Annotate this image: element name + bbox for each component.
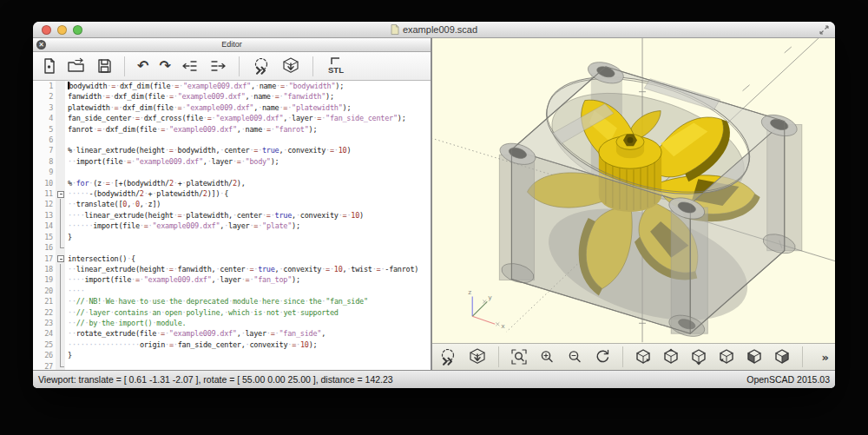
code-line[interactable]: 10%·for·(z·=·[+(bodywidth/2·+·platewidth… xyxy=(33,178,431,188)
code-line[interactable]: 16 xyxy=(33,242,431,253)
toolbar-separator xyxy=(312,56,313,76)
view-bottom-button[interactable] xyxy=(690,348,707,366)
fold-marker xyxy=(56,178,65,188)
editor-toolbar: ↶↷STL xyxy=(33,52,431,81)
title-bar[interactable]: example009.scad xyxy=(33,22,835,38)
axis-label-z: z xyxy=(468,288,471,296)
zoom-out-button[interactable] xyxy=(566,348,583,366)
3d-viewport[interactable]: z y x » xyxy=(432,38,835,370)
undo-button[interactable]: ↶ xyxy=(137,59,148,73)
editor-panel-header[interactable]: ✕ Editor xyxy=(33,38,431,52)
line-number: 15 xyxy=(33,232,56,242)
code-line[interactable]: 15} xyxy=(33,232,431,242)
open-button[interactable] xyxy=(67,57,86,75)
line-number: 7 xyxy=(33,145,56,155)
preview-button[interactable] xyxy=(252,56,271,76)
view-right-button[interactable] xyxy=(635,348,652,366)
fold-marker xyxy=(56,274,65,285)
fold-marker xyxy=(56,113,65,123)
line-number: 13 xyxy=(33,210,56,221)
view-top-button[interactable] xyxy=(662,348,680,366)
code-line[interactable]: 12··translate([0,·0,·z]) xyxy=(33,199,431,209)
editor-panel-title: Editor xyxy=(221,40,242,49)
fold-marker xyxy=(56,156,65,167)
code-editor[interactable]: 1bodywidth·=·dxf_dim(file·=·"example009.… xyxy=(33,81,431,370)
code-line[interactable]: 8··import(file·=·"example009.dxf",·layer… xyxy=(33,156,431,167)
code-line[interactable]: 2fanwidth·=·dxf_dim(file·=·"example009.d… xyxy=(33,91,431,102)
render-button[interactable] xyxy=(281,56,300,76)
fold-marker xyxy=(56,221,65,231)
save-button[interactable] xyxy=(96,57,112,75)
fold-marker xyxy=(56,286,65,296)
code-line[interactable]: 13····linear_extrude(height·=·platewidth… xyxy=(33,210,431,221)
fold-marker xyxy=(56,91,65,102)
fold-marker xyxy=(56,232,65,242)
fold-marker[interactable] xyxy=(56,254,65,264)
line-number: 18 xyxy=(33,264,56,274)
code-line[interactable]: 7%·linear_extrude(height·=·bodywidth,·ce… xyxy=(33,145,431,155)
view-back-button[interactable] xyxy=(773,348,791,366)
fold-marker xyxy=(56,242,65,253)
document-icon xyxy=(391,24,399,35)
editor-panel: ✕ Editor ↶↷STL 1bodywidth·=·dxf_dim(file… xyxy=(33,38,432,370)
code-line[interactable]: 9 xyxy=(33,167,431,177)
fold-marker xyxy=(56,339,65,350)
fullscreen-icon[interactable] xyxy=(819,25,829,35)
code-line[interactable]: 19····import(file·=·"example009.dxf",·la… xyxy=(33,274,431,285)
close-panel-icon[interactable]: ✕ xyxy=(36,40,46,49)
code-line[interactable]: 21··//·NB!·We·have·to·use·the·deprecated… xyxy=(33,296,431,306)
fold-marker xyxy=(56,328,65,339)
redo-button[interactable]: ↷ xyxy=(159,59,170,73)
fold-marker xyxy=(56,167,65,177)
unindent-button[interactable] xyxy=(181,58,199,74)
fold-marker xyxy=(56,81,65,91)
3d-scene[interactable]: z y x xyxy=(432,38,835,370)
code-line[interactable]: 25·················origin·=·fan_side_cen… xyxy=(33,339,431,350)
code-line[interactable]: 27 xyxy=(33,361,431,370)
line-number: 23 xyxy=(33,318,56,328)
new-file-button[interactable] xyxy=(41,57,56,75)
view-front-button[interactable] xyxy=(746,348,763,366)
code-line[interactable]: 4fan_side_center·=·dxf_cross(file·=·"exa… xyxy=(33,113,431,123)
reset-view-button[interactable] xyxy=(594,348,611,366)
line-number: 25 xyxy=(33,339,56,350)
stl-export-button[interactable]: STL xyxy=(326,56,346,76)
axis-label-x: x xyxy=(501,322,505,330)
fold-marker xyxy=(56,124,65,135)
minimize-window-button[interactable] xyxy=(57,25,67,35)
viewport-toolbar: » xyxy=(432,343,835,370)
toolbar-separator xyxy=(498,346,499,367)
code-line[interactable]: 26} xyxy=(33,350,431,360)
code-line[interactable]: 6 xyxy=(33,135,431,145)
zoom-all-button[interactable] xyxy=(510,348,528,366)
code-line[interactable]: 5fanrot·=·dxf_dim(file·=·"example009.dxf… xyxy=(33,124,431,135)
zoom-window-button[interactable] xyxy=(73,25,82,35)
preview-button[interactable] xyxy=(438,347,457,366)
line-number: 11 xyxy=(33,188,56,199)
svg-text:STL: STL xyxy=(328,65,344,75)
close-window-button[interactable] xyxy=(42,25,51,35)
code-line[interactable]: 17intersection()·{ xyxy=(33,254,431,264)
line-number: 27 xyxy=(33,361,56,370)
code-line[interactable]: 3platewidth·=·dxf_dim(file·=·"example009… xyxy=(33,102,431,113)
code-line[interactable]: 11·····-(bodywidth/2·+·platewidth/2)])·{ xyxy=(33,188,431,199)
code-line[interactable]: 24··rotate_extrude(file·=·"example009.dx… xyxy=(33,328,431,339)
code-line[interactable]: 23··//·by·the·import()·module. xyxy=(33,318,431,328)
zoom-in-button[interactable] xyxy=(538,348,556,366)
fold-marker[interactable] xyxy=(56,188,65,199)
more-button[interactable]: » xyxy=(822,352,829,363)
line-number: 26 xyxy=(33,350,56,360)
code-line[interactable]: 14······import(file·=·"example009.dxf",·… xyxy=(33,221,431,231)
code-line[interactable]: 1bodywidth·=·dxf_dim(file·=·"example009.… xyxy=(33,81,431,91)
line-number: 8 xyxy=(33,156,56,167)
view-left-button[interactable] xyxy=(718,348,735,366)
line-number: 19 xyxy=(33,274,56,285)
code-line[interactable]: 22··//·layer·contains·an·open·polyline,·… xyxy=(33,307,431,318)
render-button[interactable] xyxy=(468,347,487,366)
code-line[interactable]: 18··linear_extrude(height·=·fanwidth,·ce… xyxy=(33,264,431,274)
line-number: 3 xyxy=(33,102,56,113)
axis-label-y: y xyxy=(488,293,492,301)
indent-button[interactable] xyxy=(209,58,227,74)
code-line[interactable]: 20···· xyxy=(33,286,431,296)
fold-marker xyxy=(56,135,65,145)
